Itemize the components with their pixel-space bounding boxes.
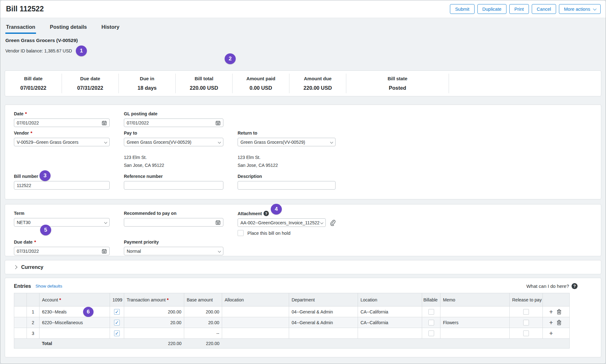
page-title: Bill 112522 [6,5,44,13]
term-select[interactable]: NET30 [14,218,110,227]
attachment-help-icon[interactable]: ? [264,211,269,216]
allocation-cell[interactable] [222,306,289,317]
vendor-select[interactable]: V-00529--Green Grass Grocers [14,138,110,146]
summary-label: Bill total [195,76,213,81]
due-date-input[interactable] [17,249,102,254]
add-row-icon[interactable]: + [549,330,553,337]
cancel-button[interactable]: Cancel [532,4,556,14]
required-marker: * [59,297,61,302]
1099-checkbox[interactable] [114,309,120,315]
add-row-icon[interactable]: + [549,319,553,326]
payment-priority-label: Payment priority [124,240,159,245]
required-marker: * [167,297,169,302]
entries-title: Entries [14,283,31,289]
release-to-pay-checkbox[interactable] [523,320,529,325]
payment-priority-select[interactable]: Normal [124,247,223,255]
date-input[interactable] [17,120,102,125]
bill-number-input[interactable] [17,183,107,188]
transaction-amount-column-header: Transaction amount * [124,293,184,306]
entries-help-icon[interactable]: ? [572,283,578,289]
bill-detail-page: Bill 112522 Submit Duplicate Print Cance… [0,0,606,364]
account-cell[interactable]: 6220--Miscellaneous [39,317,110,328]
reference-number-label: Reference number [124,174,163,179]
transaction-amount-cell[interactable]: 200.00 [124,306,184,317]
attachment-select[interactable]: AA-002--GreenGrocers_Invoice_112522 [238,218,326,227]
total-label: Total [39,339,110,349]
callout-badge-3: 3 [39,170,51,181]
gl-posting-date-input[interactable] [127,120,215,125]
department-cell[interactable] [289,328,358,339]
address-line-2: San Jose, CA 95122 [238,161,336,169]
base-amount-cell: 20.00 [184,317,222,328]
date-field: Date* [14,111,110,127]
delete-row-icon[interactable] [557,309,561,314]
account-cell[interactable] [39,328,110,339]
location-cell[interactable]: CA--California [358,306,422,317]
release-to-pay-column-header: Release to pay [510,293,543,306]
billable-checkbox[interactable] [428,309,434,315]
calendar-icon[interactable] [215,120,221,125]
delete-row-icon[interactable] [557,320,561,325]
pay-to-field: Pay to Green Grass Grocers(VV-00529) [124,130,223,146]
paperclip-icon[interactable] [330,219,336,226]
pay-to-select[interactable]: Green Grass Grocers(VV-00529) [124,138,223,146]
1099-checkbox[interactable] [114,331,120,336]
submit-button[interactable]: Submit [450,4,474,14]
billable-checkbox[interactable] [428,320,434,325]
due-date-label: Due date [14,240,33,245]
entries-header-row: Account * 1099 Transaction amount * Base… [14,293,570,306]
reference-number-input[interactable] [127,183,221,188]
duplicate-button[interactable]: Duplicate [477,4,506,14]
gl-posting-date-label: GL posting date [124,111,157,116]
reference-number-field: Reference number [124,174,223,190]
more-actions-button[interactable]: More actions [559,4,601,14]
location-cell[interactable] [358,328,422,339]
add-row-icon[interactable]: + [549,308,553,315]
release-to-pay-checkbox[interactable] [523,309,529,315]
vendor-select-value: V-00529--Green Grass Grocers [17,140,78,145]
tab-posting-details[interactable]: Posting details [49,24,88,34]
base-amount-cell: 200.00 [184,306,222,317]
tab-transaction[interactable]: Transaction [5,24,36,34]
memo-cell[interactable] [440,328,510,339]
bill-number-label: Bill number [14,174,38,179]
currency-section[interactable]: Currency [5,260,601,274]
tab-bar: Transaction Posting details History [5,19,120,34]
pay-to-label: Pay to [124,130,137,136]
calendar-icon[interactable] [215,220,221,225]
release-to-pay-checkbox[interactable] [523,331,529,336]
show-defaults-link[interactable]: Show defaults [35,284,62,288]
allocation-cell[interactable] [222,328,289,339]
department-cell[interactable]: 04--General & Admin [289,317,358,328]
callout-badge-6: 6 [83,307,94,317]
account-cell[interactable]: 6230--Meals [42,309,67,314]
1099-checkbox[interactable] [114,320,120,325]
location-cell[interactable]: CA--California [358,317,422,328]
bill-number-field: Bill number [14,174,110,190]
summary-label: Bill state [388,76,408,81]
calendar-icon[interactable] [102,249,107,254]
tab-history[interactable]: History [101,24,120,34]
address-line-2: San Jose, CA 95122 [124,161,223,169]
description-field: Description [238,174,336,190]
billable-checkbox[interactable] [428,331,434,336]
memo-cell[interactable]: Flowers [440,317,510,328]
transaction-amount-cell[interactable] [124,328,184,339]
hold-checkbox[interactable] [238,230,244,236]
attachment-field: Attachment ? AA-002--GreenGrocers_Invoic… [238,211,336,236]
memo-cell[interactable] [440,306,510,317]
payment-terms-form: Term NET30 Recommended to pay on Attachm… [5,204,601,256]
empty-cell [238,111,336,127]
return-to-select-value: Green Grass Grocers(VV-00529) [240,140,305,145]
department-cell[interactable]: 04--General & Admin [289,306,358,317]
summary-label: Amount due [304,76,332,81]
calendar-icon[interactable] [102,120,107,125]
row-number: 2 [27,317,39,328]
return-to-select[interactable]: Green Grass Grocers(VV-00529) [238,138,336,146]
print-button[interactable]: Print [509,4,529,14]
description-input[interactable] [240,183,333,188]
transaction-amount-cell[interactable]: 20.00 [124,317,184,328]
recommended-to-pay-on-input[interactable] [127,220,215,225]
allocation-cell[interactable] [222,317,289,328]
gl-posting-date-field: GL posting date [124,111,223,127]
